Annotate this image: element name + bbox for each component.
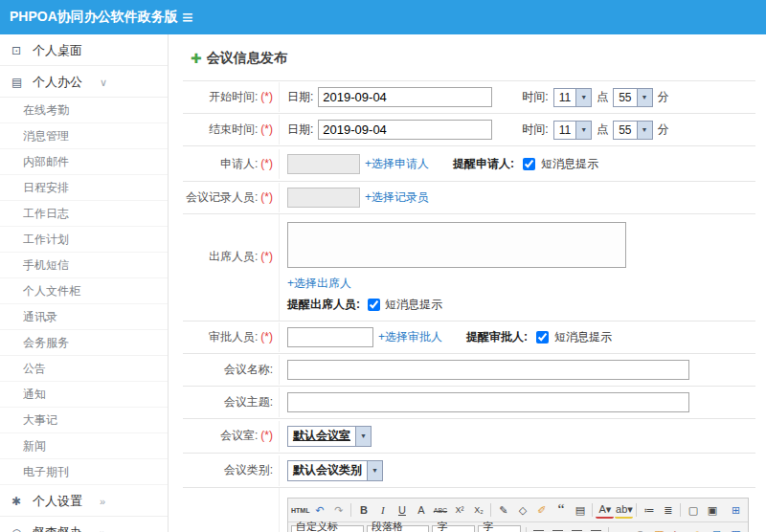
sidebar-item-internal-mail[interactable]: 内部邮件 xyxy=(0,149,168,175)
start-minute-select[interactable]: 55▼ xyxy=(613,88,652,107)
italic-button[interactable]: I xyxy=(373,501,392,520)
eraser-button[interactable]: ◇ xyxy=(513,501,531,520)
sidebar-item-attendance[interactable]: 在线考勤 xyxy=(0,98,168,123)
start-date-input[interactable] xyxy=(318,87,492,107)
bold-button[interactable]: B xyxy=(354,501,372,520)
applicant-input[interactable] xyxy=(287,154,360,174)
fullscreen-button[interactable]: ⊞ xyxy=(727,501,745,520)
end-time-label: 结束时间: xyxy=(209,122,258,136)
chevron-down-icon: ▼ xyxy=(367,461,382,480)
insert-image-button[interactable]: ▦ xyxy=(650,525,668,532)
sidebar-item-announcement[interactable]: 公告 xyxy=(0,356,168,382)
chevron-down-icon: ▼ xyxy=(575,89,591,106)
paragraph-format-select[interactable]: 段落格式▼ xyxy=(367,525,430,532)
pick-approver-link[interactable]: +选择审批人 xyxy=(378,329,442,345)
sidebar-supervise-label: 督查督办 xyxy=(33,525,82,532)
sidebar-item-notice[interactable]: 通知 xyxy=(0,382,168,408)
remove-format-button[interactable]: A xyxy=(412,501,430,520)
font-color-button[interactable]: A▾ xyxy=(596,502,614,519)
paste-button[interactable]: ▤ xyxy=(571,501,589,520)
menu-toggle-icon[interactable]: ≡ xyxy=(182,0,193,34)
end-minute-select[interactable]: 55▼ xyxy=(613,121,652,140)
sidebar-office-label: 个人办公 xyxy=(33,75,82,89)
superscript-button[interactable]: X² xyxy=(450,501,468,520)
insert-table-button[interactable]: ⊞ xyxy=(708,525,726,532)
subscript-button[interactable]: X₂ xyxy=(469,501,487,520)
redo-button[interactable]: ↷ xyxy=(329,501,348,520)
time-label: 时间: xyxy=(522,122,548,138)
sidebar-item-news[interactable]: 新闻 xyxy=(0,433,168,459)
align-right-icon[interactable] xyxy=(568,525,586,532)
pick-attendee-link[interactable]: +选择出席人 xyxy=(287,276,351,292)
undo-button[interactable]: ↶ xyxy=(310,501,328,520)
sms-label: 短消息提示 xyxy=(541,156,598,172)
ordered-list-button[interactable]: ≔ xyxy=(640,501,658,520)
strikethrough-button[interactable]: ABC xyxy=(431,501,449,520)
required-mark: (*) xyxy=(260,330,273,344)
form-row-meeting-name: 会议名称: xyxy=(183,354,755,387)
pick-recorder-link[interactable]: +选择记录员 xyxy=(365,189,429,206)
sidebar-item-work-log[interactable]: 工作日志 xyxy=(0,201,168,227)
sms-remind-approver-checkbox[interactable] xyxy=(536,331,549,344)
sidebar-item-supervise[interactable]: ◎督查督办» xyxy=(0,517,168,532)
sms-label: 短消息提示 xyxy=(385,297,442,313)
insert-link-button[interactable]: ∞ xyxy=(612,525,630,532)
sidebar-item-e-journal[interactable]: 电子期刊 xyxy=(0,459,168,485)
highlight-color-button[interactable]: ab▾ xyxy=(615,502,633,519)
page-break-button[interactable]: ▢ xyxy=(684,501,702,520)
approver-input[interactable] xyxy=(287,327,373,347)
custom-title-select[interactable]: 自定义标题▼ xyxy=(291,525,364,532)
sidebar-item-contacts[interactable]: 通讯录 xyxy=(0,304,168,330)
attendees-textarea[interactable] xyxy=(287,222,626,268)
blockquote-button[interactable]: “ xyxy=(552,501,570,520)
insert-media-button[interactable]: ▶ xyxy=(669,525,687,532)
underline-button[interactable]: U xyxy=(393,501,411,520)
pick-applicant-link[interactable]: +选择申请人 xyxy=(365,156,429,172)
remind-attendees-label: 提醒出席人员: xyxy=(287,297,360,313)
sidebar-item-desktop[interactable]: ⊡个人桌面 xyxy=(0,34,168,66)
chevron-down-icon: ▼ xyxy=(637,122,652,139)
recorder-input[interactable] xyxy=(287,188,360,208)
align-justify-icon[interactable] xyxy=(587,525,605,532)
emoticons-button[interactable]: ☺ xyxy=(688,525,707,532)
start-hour-select[interactable]: 11▼ xyxy=(553,88,592,107)
end-date-input[interactable] xyxy=(318,120,492,140)
sidebar-item-file-cabinet[interactable]: 个人文件柜 xyxy=(0,278,168,304)
sidebar-item-sms[interactable]: 手机短信 xyxy=(0,253,168,278)
sidebar-item-messages[interactable]: 消息管理 xyxy=(0,123,168,149)
required-mark: (*) xyxy=(260,429,273,442)
meeting-name-input[interactable] xyxy=(287,360,689,380)
sms-remind-applicant-checkbox[interactable] xyxy=(523,158,535,170)
html-source-button[interactable]: HTML xyxy=(291,501,309,520)
meeting-room-select[interactable]: 默认会议室▼ xyxy=(287,426,372,447)
sms-remind-attendees-checkbox[interactable] xyxy=(368,299,380,311)
form-row-end-time: 结束时间:(*) 日期: 时间: 11▼ 点 55▼ 分 xyxy=(183,114,755,146)
unordered-list-button[interactable]: ≣ xyxy=(659,501,677,520)
toolbar-separator xyxy=(592,503,593,517)
meeting-category-select[interactable]: 默认会议类别▼ xyxy=(287,460,383,481)
app-title: PHPOA协同办公软件政务版 xyxy=(10,9,178,26)
sidebar-item-memorabilia[interactable]: 大事记 xyxy=(0,408,168,433)
sidebar-office-submenu: 在线考勤 消息管理 内部邮件 日程安排 工作日志 工作计划 手机短信 个人文件柜… xyxy=(0,98,168,485)
end-hour-select[interactable]: 11▼ xyxy=(553,121,592,140)
sidebar-item-meeting-service[interactable]: 会务服务 xyxy=(0,330,168,356)
time-label: 时间: xyxy=(522,89,548,105)
code-block-button[interactable]: ▩ xyxy=(727,525,745,532)
hour-unit-label: 点 xyxy=(597,89,608,105)
remove-link-button[interactable]: ⊘ xyxy=(631,525,649,532)
font-family-select[interactable]: 字体▼ xyxy=(432,525,475,532)
editor-toolbar-row2: 自定义标题▼ 段落格式▼ 字体▼ 字号▼ ∞ ⊘ ▦ xyxy=(288,522,748,532)
format-painter-button[interactable]: ✎ xyxy=(494,501,512,520)
briefcase-icon: ▤ xyxy=(11,67,27,99)
align-center-icon[interactable] xyxy=(549,525,567,532)
page-title-text: 会议信息发布 xyxy=(207,50,287,67)
sidebar-item-office[interactable]: ▤个人办公∨ xyxy=(0,66,168,98)
font-size-select[interactable]: 字号▼ xyxy=(478,525,521,532)
meeting-subject-input[interactable] xyxy=(287,392,689,412)
align-left-icon[interactable] xyxy=(529,525,548,532)
sidebar-item-settings[interactable]: ✱个人设置» xyxy=(0,485,168,517)
sidebar-item-work-plan[interactable]: 工作计划 xyxy=(0,227,168,253)
print-preview-button[interactable]: ▣ xyxy=(703,501,721,520)
highlight-pen-button[interactable]: ✐ xyxy=(532,501,551,520)
sidebar-item-schedule[interactable]: 日程安排 xyxy=(0,175,168,201)
